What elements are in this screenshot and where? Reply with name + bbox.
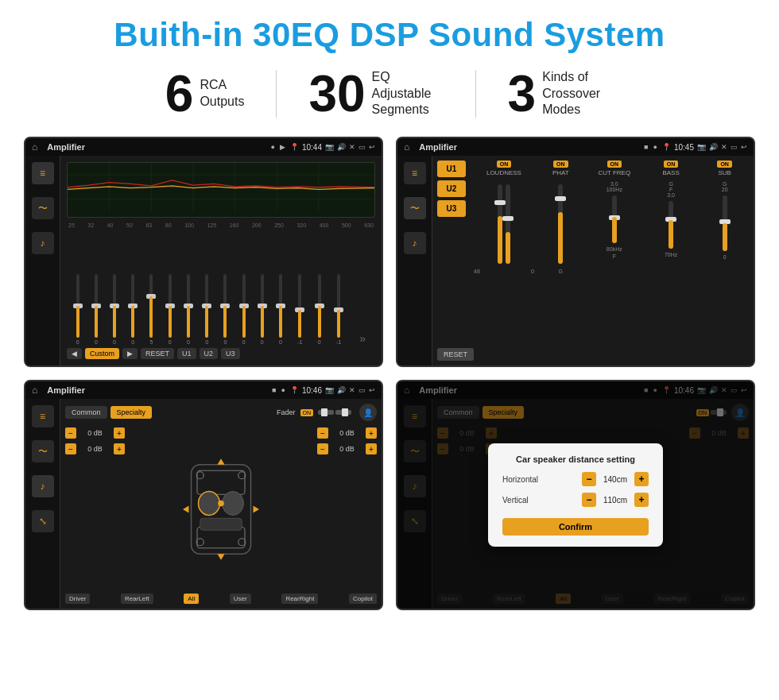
all-label[interactable]: All [184, 594, 199, 604]
svg-point-16 [196, 471, 203, 478]
status-bar-3: ⌂ Amplifier ■ ● 📍 10:46 📷 🔊 ✕ ▭ ↩ [25, 381, 382, 399]
horizontal-minus-btn[interactable]: − [582, 472, 596, 486]
x-icon-1: ✕ [349, 143, 355, 151]
slider-3[interactable]: 0 [113, 274, 116, 345]
screen1-title: Amplifier [47, 142, 265, 152]
sidebar-vol-icon[interactable]: ♪ [32, 232, 54, 254]
minus-btn-2[interactable]: − [65, 443, 76, 454]
minus-btn-3[interactable]: − [317, 427, 328, 439]
u2-btn[interactable]: U2 [437, 180, 466, 197]
fader-label: Fader [277, 408, 296, 416]
rearright-label[interactable]: RearRight [281, 594, 318, 604]
screen3-content: ≡ 〜 ♪ ⤡ Common Specialty Fader ON [25, 399, 382, 609]
sidebar-arr-3[interactable]: ⤡ [32, 510, 54, 532]
play-btn[interactable]: ▶ [122, 348, 138, 359]
screen-eq: ⌂ Amplifier ● ▶ 📍 10:44 📷 🔊 ✕ ▭ ↩ ≡ 〜 [24, 137, 383, 367]
sidebar-wave-2[interactable]: 〜 [404, 197, 426, 219]
slider-8[interactable]: 0 [205, 274, 208, 345]
u2-btn-1[interactable]: U2 [200, 348, 219, 359]
slider-15[interactable]: -1 [336, 274, 341, 345]
screen3-title: Amplifier [47, 385, 267, 395]
reset-btn-1[interactable]: RESET [141, 348, 174, 359]
slider-7[interactable]: 0 [187, 274, 190, 345]
slider-5[interactable]: 5 [149, 274, 153, 345]
rect-icon-1: ▭ [358, 143, 366, 151]
u1-btn-1[interactable]: U1 [177, 348, 196, 359]
sidebar-wave-3[interactable]: 〜 [32, 440, 54, 462]
common-tab-3[interactable]: Common [65, 406, 107, 419]
screenshots-grid: ⌂ Amplifier ● ▶ 📍 10:44 📷 🔊 ✕ ▭ ↩ ≡ 〜 [24, 137, 755, 610]
horizontal-label: Horizontal [502, 475, 538, 484]
plus-btn-4[interactable]: + [366, 443, 377, 454]
db-row-4: − 0 dB + [317, 443, 377, 454]
db-row-2: − 0 dB + [65, 443, 125, 454]
minus-btn-1[interactable]: − [65, 427, 76, 439]
slider-11[interactable]: 0 [261, 274, 264, 345]
slider-2[interactable]: 0 [95, 274, 98, 345]
slider-1[interactable]: 0 [76, 274, 79, 345]
prev-btn[interactable]: ◀ [67, 348, 82, 359]
plus-btn-3[interactable]: + [366, 427, 377, 439]
custom-btn[interactable]: Custom [85, 348, 119, 359]
slider-12[interactable]: 0 [279, 274, 282, 345]
slider-10[interactable]: 0 [242, 274, 246, 345]
page-wrapper: Buith-in 30EQ DSP Sound System 6 RCAOutp… [0, 0, 779, 626]
copilot-label[interactable]: Copilot [349, 594, 377, 604]
main-title: Buith-in 30EQ DSP Sound System [24, 16, 755, 54]
vertical-plus-btn[interactable]: + [634, 493, 649, 507]
loudness-slider2[interactable] [506, 184, 510, 264]
sidebar-vol-2[interactable]: ♪ [404, 232, 426, 254]
sidebar-vol-3[interactable]: ♪ [32, 475, 54, 497]
confirm-button[interactable]: Confirm [502, 518, 649, 536]
horizontal-plus-btn[interactable]: + [634, 472, 649, 486]
horizontal-value: 140cm [599, 475, 631, 484]
rearleft-label[interactable]: RearLeft [121, 594, 153, 604]
sidebar-eq-3[interactable]: ≡ [32, 405, 54, 427]
plus-btn-1[interactable]: + [114, 427, 125, 439]
driver-label[interactable]: Driver [65, 594, 90, 604]
status-icons-1: 📍 10:44 📷 🔊 ✕ ▭ ↩ [290, 143, 375, 152]
slider-4[interactable]: 0 [131, 274, 134, 345]
svg-marker-20 [218, 458, 225, 465]
home-icon-3: ⌂ [32, 385, 37, 396]
sidebar-eq-icon[interactable]: ≡ [32, 162, 54, 184]
car-diagram [130, 427, 312, 590]
sidebar-eq-2[interactable]: ≡ [404, 162, 426, 184]
speaker-layout: − 0 dB + − 0 dB + [65, 427, 377, 590]
u3-btn-1[interactable]: U3 [221, 348, 240, 359]
user-label[interactable]: User [230, 594, 251, 604]
specialty-tab-3[interactable]: Specialty [110, 406, 153, 419]
sub-slider[interactable] [723, 195, 727, 251]
slider-13[interactable]: -1 [297, 274, 302, 345]
plus-btn-2[interactable]: + [114, 443, 125, 454]
back-icon-1: ↩ [369, 143, 375, 151]
screen-crossover: ⌂ Amplifier ■ ● 📍 10:45 📷 🔊 ✕ ▭ ↩ ≡ 〜 [396, 137, 755, 367]
svg-rect-14 [200, 518, 242, 530]
stat-eq: 30 EQ AdjustableSegments [277, 68, 475, 119]
bass-slider[interactable] [669, 201, 673, 249]
slider-9[interactable]: 0 [223, 274, 227, 345]
slider-6[interactable]: 0 [169, 274, 172, 345]
on-badge-cutfreq: ON [607, 160, 622, 168]
stat-eq-number: 30 [308, 68, 365, 119]
slider-14[interactable]: 0 [318, 274, 321, 345]
loudness-slider1[interactable] [498, 184, 502, 264]
play-icon-1: ▶ [280, 143, 285, 151]
phat-slider[interactable] [558, 184, 563, 264]
fader-row: Fader ON 👤 [277, 404, 377, 421]
cutfreq-slider[interactable] [612, 195, 617, 243]
minus-btn-4[interactable]: − [317, 443, 328, 454]
sidebar-wave-icon[interactable]: 〜 [32, 197, 54, 219]
col-cutfreq: ON CUT FREQ 3.0 100Hz 80kHz [587, 160, 641, 338]
reset-btn-2[interactable]: RESET [437, 348, 474, 361]
stat-crossover-text: Kinds ofCrossover Modes [542, 69, 614, 118]
status-bar-2: ⌂ Amplifier ■ ● 📍 10:45 📷 🔊 ✕ ▭ ↩ [397, 138, 754, 156]
sub-label: SUB [718, 169, 731, 176]
col-bass: ON BASS G F 3.0 [644, 160, 698, 338]
u3-btn[interactable]: U3 [437, 200, 466, 217]
db-value-4: 0 dB [331, 445, 363, 453]
vertical-minus-btn[interactable]: − [582, 493, 596, 507]
u1-btn[interactable]: U1 [437, 160, 466, 177]
on-badge-sub: ON [717, 160, 732, 168]
home-icon-2: ⌂ [404, 141, 409, 153]
